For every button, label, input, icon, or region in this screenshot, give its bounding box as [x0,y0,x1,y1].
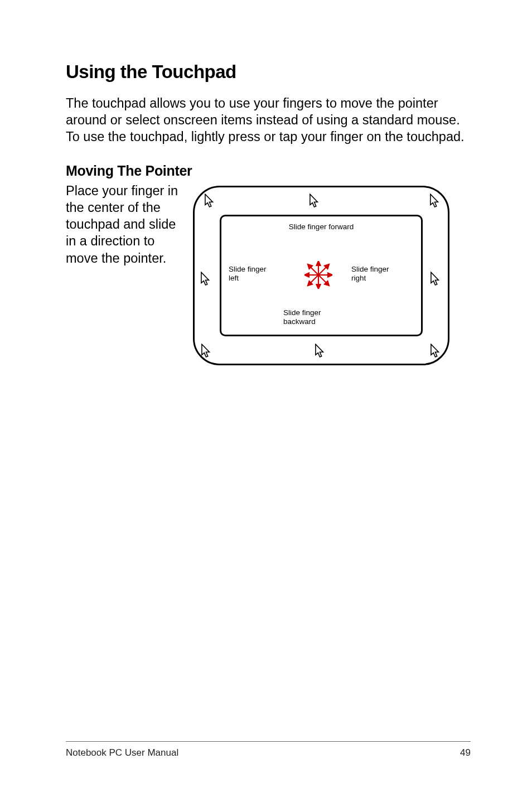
page-title: Using the Touchpad [66,61,471,83]
touchpad-diagram: Slide finger forward Slide finger left S… [193,186,449,365]
diagram-label-backward: Slide finger backward [283,308,350,326]
cursor-icon [309,194,321,209]
cursor-icon [429,194,441,209]
diagram-label-right: Slide finger right [351,265,396,283]
cursor-icon [430,272,442,287]
svg-marker-5 [304,273,309,277]
cursor-icon [315,344,326,359]
svg-marker-7 [328,273,332,277]
cursor-icon [200,272,212,287]
diagram-label-left: Slide finger left [229,265,273,283]
footer-manual-title: Notebook PC User Manual [66,747,178,758]
cursor-icon [204,194,216,209]
cursor-icon [430,344,442,359]
direction-star-icon [304,261,332,289]
intro-paragraph: The touchpad allows you to use your fing… [66,95,471,145]
cursor-icon [201,344,212,359]
footer-page-number: 49 [460,747,471,758]
svg-marker-3 [317,284,321,289]
section-body: Place your finger in the center of the t… [66,182,183,266]
diagram-label-forward: Slide finger forward [193,223,449,231]
svg-marker-1 [317,261,321,265]
section-heading: Moving The Pointer [66,163,471,179]
